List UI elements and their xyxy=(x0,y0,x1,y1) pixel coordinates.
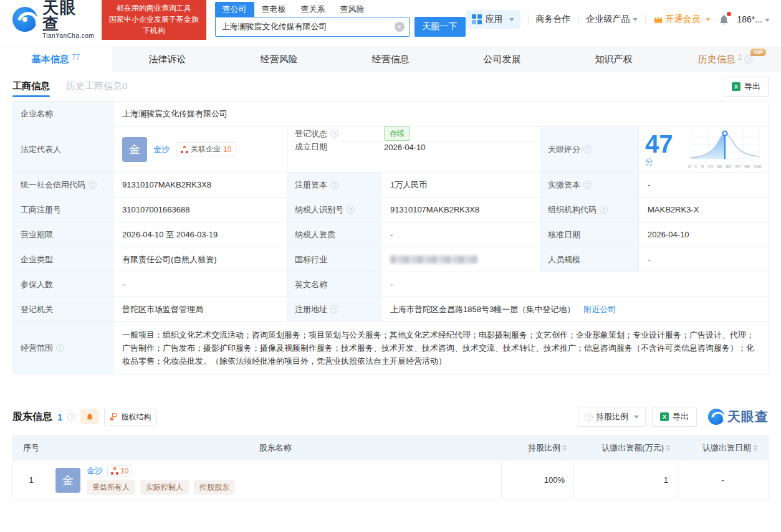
equity-structure-button[interactable]: 股权结构 xyxy=(104,409,157,425)
tab-intellectual-property[interactable]: 知识产权 xyxy=(558,47,669,72)
row-credit-code: 统一社会信用代码? 91310107MAKB2RK3X8 注册资本? 1万人民币… xyxy=(13,173,768,197)
search-button[interactable]: 天眼一下 xyxy=(414,17,466,37)
help-icon[interactable]: ? xyxy=(330,130,338,138)
sort-icon xyxy=(666,445,671,451)
help-icon[interactable]: ? xyxy=(744,55,752,64)
site-logo[interactable]: 天眼查 TianYanCha.com xyxy=(12,0,94,39)
insured-value: - xyxy=(113,272,287,297)
help-icon[interactable]: ? xyxy=(600,206,608,214)
search-tab-risk[interactable]: 查风险 xyxy=(333,2,372,17)
tianyancha-page: 天眼查 TianYanCha.com 都在用的商业查询工具 国家中小企业发展子基… xyxy=(0,0,781,532)
reg-address-value: 上海市普陀区金昌路1858号3幢一层（集中登记地） xyxy=(390,304,575,315)
col-amount[interactable]: 认缴出资额(万元) xyxy=(573,442,677,454)
apps-menu[interactable]: 应用 xyxy=(466,10,520,29)
row-registration-status: 登记状态 ? 存续 xyxy=(287,126,540,141)
col-date[interactable]: 认缴出资日期 xyxy=(677,442,768,454)
nearby-companies-link[interactable]: 附近公司 xyxy=(583,304,616,315)
search-tab-boss[interactable]: 查老板 xyxy=(254,2,294,17)
shareholding-ratio-filter[interactable]: ? 持股比例 xyxy=(578,407,646,427)
brand-domain: TianYanCha.com xyxy=(42,33,94,39)
score-value: 47 xyxy=(645,130,673,158)
help-icon[interactable]: ? xyxy=(583,145,592,153)
tab-history-info[interactable]: VIP 历史信息 2 ? xyxy=(669,47,781,72)
company-name-label: 企业名称 xyxy=(13,102,113,126)
notifications-bell[interactable] xyxy=(718,14,730,26)
legal-rep-avatar: 金 xyxy=(122,137,147,162)
excel-icon: X xyxy=(732,82,740,91)
tianyancha-logo-icon xyxy=(708,409,724,425)
subtab-row: 工商信息 历史工商信息0 X 导出 xyxy=(0,72,781,101)
col-ratio[interactable]: 持股比例 xyxy=(501,442,573,454)
shareholders-table-header: 序号 股东名称 持股比例 认缴出资额(万元) 认缴出资日期 xyxy=(13,436,768,460)
help-icon: ? xyxy=(585,413,593,421)
paid-capital-value: - xyxy=(639,173,768,197)
tab-company-development[interactable]: 公司发展 xyxy=(446,47,558,72)
subtab-history-registration-info[interactable]: 历史工商信息0 xyxy=(66,72,127,101)
brand-name: 天眼查 xyxy=(42,0,94,32)
related-companies-badge[interactable]: 关联企业 10 xyxy=(176,142,236,156)
tab-basic-info[interactable]: 基本信息77 xyxy=(0,47,112,72)
user-account[interactable]: 186*... xyxy=(737,14,770,24)
tianyancha-logo-icon xyxy=(12,7,37,32)
paid-capital-label: 实缴资本 xyxy=(548,179,580,191)
bell-icon xyxy=(85,412,94,421)
shareholders-export-button[interactable]: X 导出 xyxy=(652,407,697,427)
help-icon[interactable]: ? xyxy=(583,181,592,189)
search-tabs: 查公司 查老板 查关系 查风险 xyxy=(215,2,466,17)
nav-business-cooperation[interactable]: 商务合作 xyxy=(536,14,571,25)
subtab-registration-info[interactable]: 工商信息 xyxy=(12,72,50,101)
help-icon[interactable]: ? xyxy=(89,181,97,189)
tax-id-value: 91310107MAKB2RK3X8 xyxy=(381,197,540,222)
help-icon[interactable]: ? xyxy=(330,305,338,313)
nav-open-vip[interactable]: 开通会员 xyxy=(653,14,711,25)
row-company-type: 企业类型 有限责任公司(自然人独资) 国标行业 人员规模 - xyxy=(13,247,768,272)
reg-number-label: 工商注册号 xyxy=(13,197,113,222)
crown-icon xyxy=(653,15,663,24)
monitor-bell-button[interactable] xyxy=(80,409,99,424)
search-tab-relation[interactable]: 查关系 xyxy=(294,2,333,17)
staff-size-value: - xyxy=(639,247,768,272)
tax-qual-label: 纳税人资质 xyxy=(287,222,381,247)
registration-info-table: 企业名称 上海澜骏宸文化传媒有限公司 法定代表人 金 金沙 关联企业 10 登记… xyxy=(12,101,769,374)
reg-capital-label: 注册资本 xyxy=(295,179,327,191)
industry-value xyxy=(381,247,540,272)
search-tab-company[interactable]: 查公司 xyxy=(215,2,254,17)
org-chart-icon xyxy=(181,146,188,153)
status-badge: 存续 xyxy=(384,126,410,141)
chevron-down-icon xyxy=(633,18,638,21)
shareholders-title: 股东信息 xyxy=(12,411,52,424)
legal-rep-name-link[interactable]: 金沙 xyxy=(153,144,170,155)
export-button[interactable]: X 导出 xyxy=(724,77,769,97)
tab-legal-proceedings[interactable]: 法律诉讼 xyxy=(112,47,223,72)
industry-label: 国标行业 xyxy=(287,247,381,272)
chevron-down-icon xyxy=(706,18,711,21)
tianyan-score-cell: 47 分 xyxy=(639,126,768,172)
apps-label: 应用 xyxy=(486,14,503,25)
sort-icon xyxy=(753,445,758,451)
score-distribution-chart: 0131550859799100 xyxy=(688,129,762,169)
credit-code-value: 91310107MAKB2RK3X8 xyxy=(113,173,287,197)
help-icon[interactable]: ? xyxy=(67,413,75,421)
insured-label: 参保人数 xyxy=(13,272,113,297)
clear-search-icon[interactable]: × xyxy=(395,22,405,32)
english-name-label: 英文名称 xyxy=(287,272,381,297)
related-count-badge[interactable]: 10 xyxy=(107,465,132,477)
score-unit: 分 xyxy=(645,157,653,166)
watermark-logo: 天眼查 xyxy=(708,408,769,425)
nav-enterprise-products[interactable]: 企业级产品 xyxy=(587,14,638,25)
tab-business-info[interactable]: 经营信息 xyxy=(335,47,446,72)
tab-operating-risk[interactable]: 经营风险 xyxy=(223,47,335,72)
apps-grid-icon xyxy=(472,14,482,24)
shareholder-date: - xyxy=(677,460,768,500)
help-icon[interactable]: ? xyxy=(330,181,338,189)
help-icon[interactable]: ? xyxy=(56,344,64,352)
score-axis-ticks: 0131550859799100 xyxy=(688,164,762,169)
scope-value: 一般项目：组织文化艺术交流活动；咨询策划服务；项目策划与公关服务；其他文化艺术经… xyxy=(113,322,768,374)
row-registration-number: 工商注册号 310107001663688 纳税人识别号? 91310107MA… xyxy=(13,197,768,222)
search-input[interactable] xyxy=(215,17,410,37)
search-area: 查公司 查老板 查关系 查风险 × 天眼一下 xyxy=(215,2,466,37)
approval-date-value: 2026-04-10 xyxy=(639,222,768,247)
shareholder-name-link[interactable]: 金沙 xyxy=(87,465,103,477)
tag-controlling-shareholder: 控股股东 xyxy=(194,480,235,495)
help-icon[interactable]: ? xyxy=(347,206,355,214)
